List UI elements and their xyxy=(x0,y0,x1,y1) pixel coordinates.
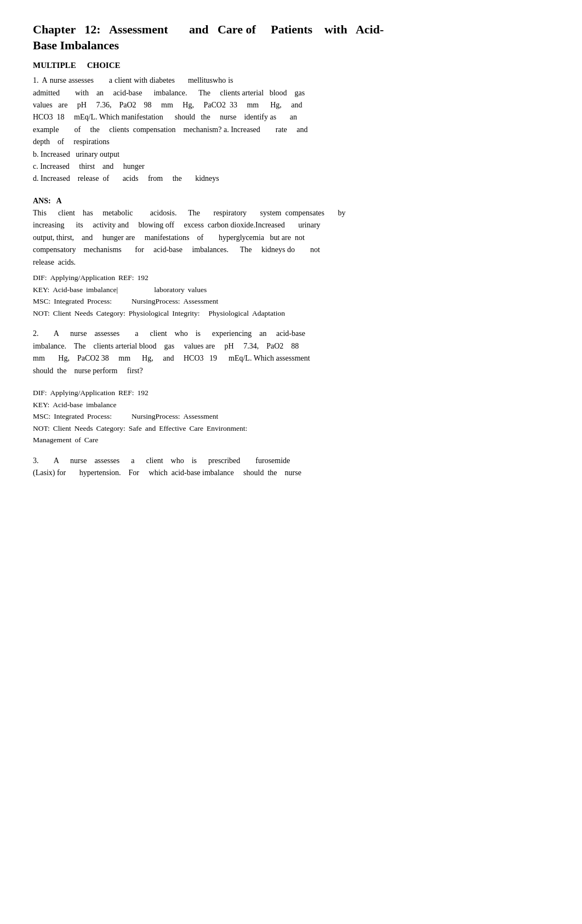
ans1-line1: This client has metabolic acidosis. The … xyxy=(33,207,549,219)
q1-line4: HCO3 18 mEq/L. Which manifestation shoul… xyxy=(33,111,549,123)
q1-line5: example of the clients compensation mech… xyxy=(33,124,549,136)
q1-line2: admitted with an acid-base imbalance. Th… xyxy=(33,87,549,99)
dif1-category: Category: xyxy=(96,307,125,320)
dif2-keyval: Acid-base xyxy=(53,399,83,411)
q1-with: with xyxy=(134,75,147,87)
dif2-integrated: Integrated xyxy=(54,410,84,423)
ans1-line5: release acids. xyxy=(33,256,549,269)
dif1-applying: Applying/Application xyxy=(50,272,116,284)
dif2-row3: MSC: Integrated Process: NursingProcess:… xyxy=(33,410,549,423)
dif2-assessment: Assessment xyxy=(184,410,219,423)
dif1-imbalance: imbalance| xyxy=(86,284,118,296)
q2-line3: mm Hg, PaCO2 38 mm Hg, and HCO3 19 mEq/L… xyxy=(33,352,549,364)
dif2-care: Care xyxy=(190,423,203,435)
ans1-line4: compensatory mechanisms for acid-base im… xyxy=(33,244,549,256)
dif-2: DIF: Applying/Application REF: 192 KEY: … xyxy=(33,387,549,446)
q1-mellituswho: mellituswho xyxy=(188,75,226,87)
dif2-effective: Effective xyxy=(159,423,186,435)
dif1-vals: values xyxy=(188,284,207,296)
dif2-dif: DIF: xyxy=(33,387,47,399)
dif1-assessment: Assessment xyxy=(184,295,219,307)
q1-a2: a xyxy=(109,75,112,87)
dif2-of: of xyxy=(75,434,81,446)
dif2-process: Process: xyxy=(87,410,112,423)
chapter-title: Chapter 12: Assessment and Care of Patie… xyxy=(33,22,549,53)
dif1-row1: DIF: Applying/Application REF: 192 xyxy=(33,272,549,284)
dif1-row4: NOT: Client Needs Category: Physiologica… xyxy=(33,307,549,320)
q1-diabetes: diabetes xyxy=(150,75,175,87)
dif2-care2: Care xyxy=(84,434,98,446)
q2-line2: imbalance. The clients arterial blood ga… xyxy=(33,340,549,352)
page-content: Chapter 12: Assessment and Care of Patie… xyxy=(33,22,549,480)
dif1-integrity: Integrity: xyxy=(172,307,199,320)
choice-label: CHOICE xyxy=(87,61,121,70)
ans1-line3: output, thirst, and hunger are manifesta… xyxy=(33,232,549,244)
dif1-ref: REF: xyxy=(118,272,134,284)
dif2-nursing: NursingProcess: xyxy=(132,410,180,423)
dif1-process: Process: xyxy=(87,295,112,307)
dif2-mgmt: Management xyxy=(33,434,71,446)
q1-nurse: nurse xyxy=(50,75,66,87)
dif2-ref: REF: xyxy=(118,387,134,399)
ans1-label: ANS: A xyxy=(33,195,549,207)
dif2-row4: NOT: Client Needs Category: Safe and Eff… xyxy=(33,423,549,435)
q2-line4: should the nurse perform first? xyxy=(33,365,549,377)
dif1-key: KEY: xyxy=(33,284,49,296)
q3-line1: 3. A nurse assesses a client who is pres… xyxy=(33,455,549,467)
dif1-lab: laboratory xyxy=(154,284,184,296)
q1-line3: values are pH 7.36, PaO2 98 mm Hg, PaCO2… xyxy=(33,99,549,111)
dif2-refval: 192 xyxy=(138,387,149,399)
q1-line9: d. Increased release of acids from the k… xyxy=(33,173,549,185)
dif2-client: Client xyxy=(53,423,71,435)
dif1-client: Client xyxy=(53,307,71,320)
dif1-row2: KEY: Acid-base imbalance| laboratory val… xyxy=(33,284,549,296)
dif1-keyval: Acid-base xyxy=(53,284,83,296)
dif2-key: KEY: xyxy=(33,399,49,411)
q2-line1: 2. A nurse assesses a client who is expe… xyxy=(33,328,549,340)
ans1-line2: increasing its activity and blowing off … xyxy=(33,219,549,231)
q1-number: 1. xyxy=(33,75,39,87)
q1-line8: c. Increased thirst and hunger xyxy=(33,161,549,173)
q1-client: client xyxy=(115,75,132,87)
dif2-row2: KEY: Acid-base imbalance xyxy=(33,399,549,411)
dif2-environment: Environment: xyxy=(207,423,247,435)
section-label: MULTIPLE CHOICE xyxy=(33,61,549,70)
dif2-row1: DIF: Applying/Application REF: 192 xyxy=(33,387,549,399)
dif1-not: NOT: xyxy=(33,307,50,320)
question-1: 1. A nurse assesses a client with diabet… xyxy=(33,75,549,185)
dif1-nursing: NursingProcess: xyxy=(132,295,180,307)
q3-line2: (Lasix) for hypertension. For which acid… xyxy=(33,467,549,479)
dif2-imbalance: imbalance xyxy=(86,399,116,411)
dif2-category: Category: xyxy=(96,423,125,435)
q1-a: A xyxy=(42,75,48,87)
dif1-needs: Needs xyxy=(75,307,93,320)
dif1-row3: MSC: Integrated Process: NursingProcess:… xyxy=(33,295,549,307)
dif2-and: and xyxy=(145,423,156,435)
dif2-msc: MSC: xyxy=(33,410,50,423)
dif2-row5: Management of Care xyxy=(33,434,549,446)
ans-1: ANS: A This client has metabolic acidosi… xyxy=(33,195,549,269)
dif1-msc: MSC: xyxy=(33,295,50,307)
dif2-needs: Needs xyxy=(75,423,93,435)
q1-line7: b. Increased urinary output xyxy=(33,149,549,161)
dif1-dif: DIF: xyxy=(33,272,47,284)
dif2-applying: Applying/Application xyxy=(50,387,116,399)
multiple-label: MULTIPLE xyxy=(33,61,76,70)
q1-is: is xyxy=(228,75,233,87)
q1-assesses: assesses xyxy=(69,75,94,87)
question-3: 3. A nurse assesses a client who is pres… xyxy=(33,455,549,480)
dif1-integrated: Integrated xyxy=(54,295,84,307)
dif1-adapt: Adaptation xyxy=(252,307,285,320)
dif-1: DIF: Applying/Application REF: 192 KEY: … xyxy=(33,272,549,319)
dif2-safe: Safe xyxy=(129,423,142,435)
dif1-refval: 192 xyxy=(138,272,149,284)
q1-line6: depth of respirations xyxy=(33,136,549,148)
dif1-phys: Physiological xyxy=(129,307,169,320)
dif1-phys2: Physiological xyxy=(209,307,249,320)
question-2: 2. A nurse assesses a client who is expe… xyxy=(33,328,549,377)
dif2-not: NOT: xyxy=(33,423,50,435)
